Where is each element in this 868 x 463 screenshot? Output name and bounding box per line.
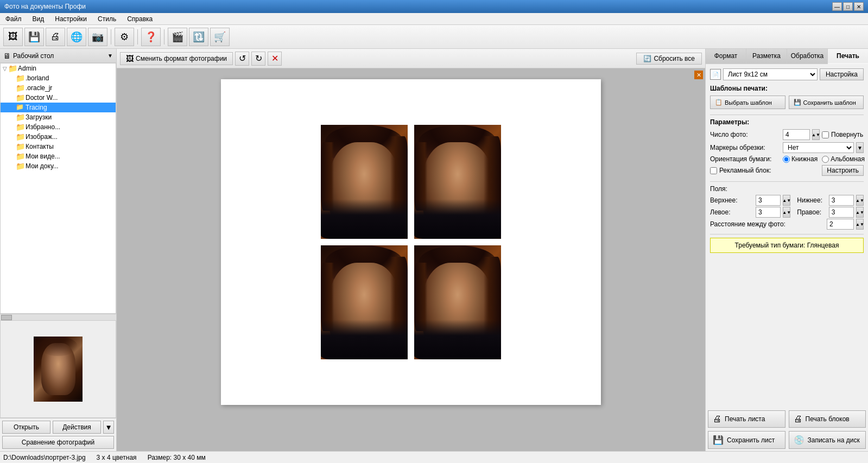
shoulder-3 <box>321 320 408 360</box>
photo-count-spinner[interactable]: ▲▼ <box>812 129 820 140</box>
photo-toolbar: 🖼 Сменить формат фотографии ↺ ↻ ✕ 🔄 Сбро… <box>117 49 705 68</box>
print-blocks-icon: 🖨 <box>794 414 802 424</box>
sheet-setup-button[interactable]: Настройка <box>820 68 864 80</box>
toolbar-save[interactable]: 💾 <box>24 28 44 46</box>
landscape-radio[interactable] <box>822 156 829 163</box>
toolbar-video[interactable]: 🎬 <box>168 28 187 46</box>
toolbar-cart[interactable]: 🛒 <box>210 28 230 46</box>
tree-item-images[interactable]: 📁 Изображ... <box>1 132 116 142</box>
tree-item-tracing[interactable]: 📁 Tracing <box>1 103 116 112</box>
left-spinner[interactable]: ▲▼ <box>783 207 790 218</box>
menu-file[interactable]: Файл <box>2 14 25 24</box>
reset-all-button[interactable]: 🔄 Сбросить все <box>636 53 702 65</box>
toolbar-refresh[interactable]: 🔃 <box>189 28 208 46</box>
toolbar-web[interactable]: 🌐 <box>67 28 86 46</box>
tree-item-favorites[interactable]: 📁 Избранно... <box>1 122 116 132</box>
photo-cell-3 <box>321 245 408 359</box>
tab-processing[interactable]: Обработка <box>787 49 828 64</box>
print-sheet-button[interactable]: 🖨 Печать листа <box>708 410 785 428</box>
minimize-button[interactable]: — <box>832 2 842 11</box>
action-buttons: 🖨 Печать листа 🖨 Печать блоков 💾 Сохрани… <box>706 408 868 451</box>
tree-item-downloads[interactable]: 📁 Загрузки <box>1 112 116 122</box>
left-value[interactable]: 3 <box>756 207 781 218</box>
canvas-area: ✕ <box>117 68 705 451</box>
compare-button[interactable]: Сравнение фотографий <box>2 436 114 449</box>
photo-count-value[interactable]: 4 <box>783 129 810 140</box>
print-blocks-button[interactable]: 🖨 Печать блоков <box>789 410 866 428</box>
save-template-button[interactable]: 💾 Сохранить шаблон <box>789 96 864 109</box>
print-blocks-label: Печать блоков <box>806 415 850 423</box>
divider-3 <box>710 234 864 234</box>
tree-label: Избранно... <box>26 123 60 131</box>
menu-help[interactable]: Справка <box>124 14 156 24</box>
menu-view[interactable]: Вид <box>29 14 48 24</box>
print-sheet-label: Печать листа <box>725 415 765 423</box>
tree-item-contacts[interactable]: 📁 Контакты <box>1 142 116 151</box>
rotate-left-button[interactable]: ↺ <box>235 52 249 66</box>
rotate-right-button[interactable]: ↻ <box>251 52 265 66</box>
right-value[interactable]: 3 <box>829 207 854 218</box>
save-sheet-button[interactable]: 💾 Сохранить лист <box>708 431 785 449</box>
top-value[interactable]: 3 <box>756 195 781 206</box>
rotate-checkbox[interactable] <box>822 131 829 138</box>
right-spinner[interactable]: ▲▼ <box>856 207 864 218</box>
tree-scrollbar[interactable] <box>0 314 116 320</box>
portrait-4 <box>414 245 501 359</box>
maximize-button[interactable]: □ <box>843 2 853 11</box>
actions-dropdown-button[interactable]: ▼ <box>103 421 114 434</box>
tree-item-admin[interactable]: ▽ 📁 Admin <box>1 64 116 73</box>
open-button[interactable]: Открыть <box>2 421 50 434</box>
window-title: Фото на документы Профи <box>4 3 86 10</box>
save-sheet-label: Сохранить лист <box>727 436 775 444</box>
landscape-radio-item: Альбомная <box>822 155 865 163</box>
status-size-info: 3 x 4 цветная <box>97 454 137 461</box>
select-template-icon: 📋 <box>715 99 723 106</box>
delete-button[interactable]: ✕ <box>268 52 282 66</box>
tree-item-borland[interactable]: 📁 .borland <box>1 73 116 83</box>
save-row: 💾 Сохранить лист 💿 Записать на диск <box>708 431 866 449</box>
markers-label: Маркеры обрезки: <box>710 144 781 151</box>
markers-dropdown[interactable]: Нет <box>783 142 854 153</box>
tree-item-doctor[interactable]: 📁 Doctor W... <box>1 93 116 103</box>
folder-dropdown[interactable]: 🖥 Рабочий стол <box>3 52 54 60</box>
toolbar-settings[interactable]: ⚙ <box>115 28 134 46</box>
tab-format[interactable]: Формат <box>706 49 746 64</box>
toolbar-help[interactable]: ❓ <box>141 28 161 46</box>
file-tree[interactable]: ▽ 📁 Admin 📁 .borland 📁 .oracle_jr 📁 Doc <box>0 63 116 314</box>
actions-button[interactable]: Действия <box>53 421 101 434</box>
portrait-radio[interactable] <box>783 156 790 163</box>
markers-dropdown-arrow[interactable]: ▼ <box>856 142 864 153</box>
toolbar-print[interactable]: 🖨 <box>46 28 65 46</box>
close-canvas-button[interactable]: ✕ <box>694 71 703 79</box>
toolbar-camera[interactable]: 📷 <box>88 28 107 46</box>
folder-icon: 📁 <box>16 103 24 112</box>
select-template-button[interactable]: 📋 Выбрать шаблон <box>710 96 785 109</box>
portrait-radio-item: Книжная <box>783 155 818 163</box>
folder-dropdown-arrow[interactable]: ▼ <box>107 53 113 59</box>
tree-item-docs[interactable]: 📁 Мои доку... <box>1 161 116 171</box>
sheet-dropdown[interactable]: Лист 9x12 см <box>723 68 818 80</box>
photo-count-label: Число фото: <box>710 131 781 138</box>
write-disc-button[interactable]: 💿 Записать на диск <box>789 431 866 449</box>
bottom-value[interactable]: 3 <box>829 195 854 206</box>
right-label: Правое: <box>797 208 826 216</box>
ad-settings-button[interactable]: Настроить <box>822 165 864 176</box>
ad-block-checkbox[interactable] <box>710 167 717 174</box>
top-spinner[interactable]: ▲▼ <box>783 195 790 206</box>
tree-item-oracle[interactable]: 📁 .oracle_jr <box>1 83 116 93</box>
bottom-spinner[interactable]: ▲▼ <box>856 195 864 206</box>
tree-item-videos[interactable]: 📁 Мои виде... <box>1 151 116 161</box>
toolbar-open[interactable]: 🖼 <box>3 28 23 46</box>
tab-print[interactable]: Печать <box>828 49 868 64</box>
menu-style[interactable]: Стиль <box>94 14 119 24</box>
menu-settings[interactable]: Настройки <box>52 14 90 24</box>
toolbar-sep-3 <box>164 29 164 45</box>
orientation-row: Ориентация бумаги: Книжная Альбомная <box>710 155 864 163</box>
tab-layout[interactable]: Разметка <box>746 49 787 64</box>
between-value[interactable]: 2 <box>827 219 854 230</box>
change-format-button[interactable]: 🖼 Сменить формат фотографии <box>120 52 233 65</box>
between-spinner[interactable]: ▲▼ <box>856 219 864 230</box>
close-button[interactable]: ✕ <box>854 2 864 11</box>
tree-label: .borland <box>26 74 49 82</box>
divider-1 <box>710 115 864 115</box>
